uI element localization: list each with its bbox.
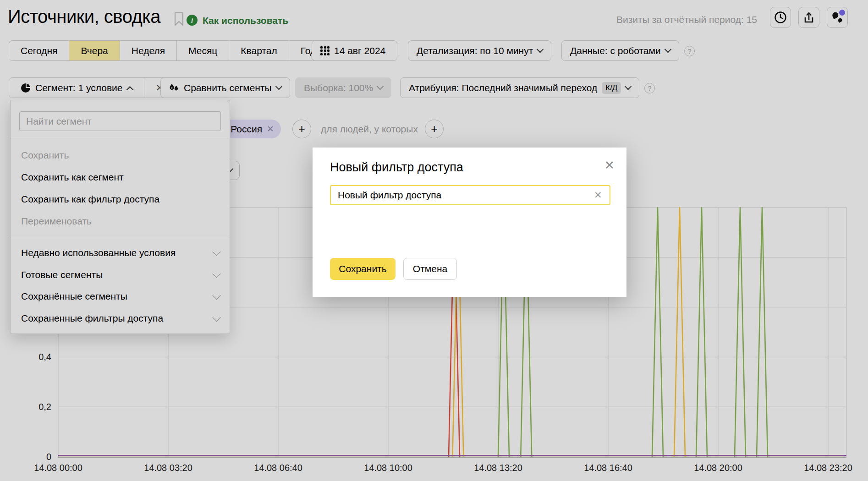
modal-close-icon[interactable]: ✕	[604, 159, 615, 172]
filter-name-input[interactable]	[330, 185, 610, 205]
cancel-button[interactable]: Отмена	[403, 258, 457, 280]
new-access-filter-modal: Новый фильтр доступа ✕ ✕ Сохранить Отмен…	[313, 148, 626, 297]
input-clear-icon[interactable]: ✕	[594, 190, 602, 201]
modal-title: Новый фильтр доступа	[330, 160, 463, 175]
app-canvas: 00,20,40,60,8114.08 00:0014.08 03:2014.0…	[0, 0, 868, 481]
save-button[interactable]: Сохранить	[330, 258, 396, 280]
